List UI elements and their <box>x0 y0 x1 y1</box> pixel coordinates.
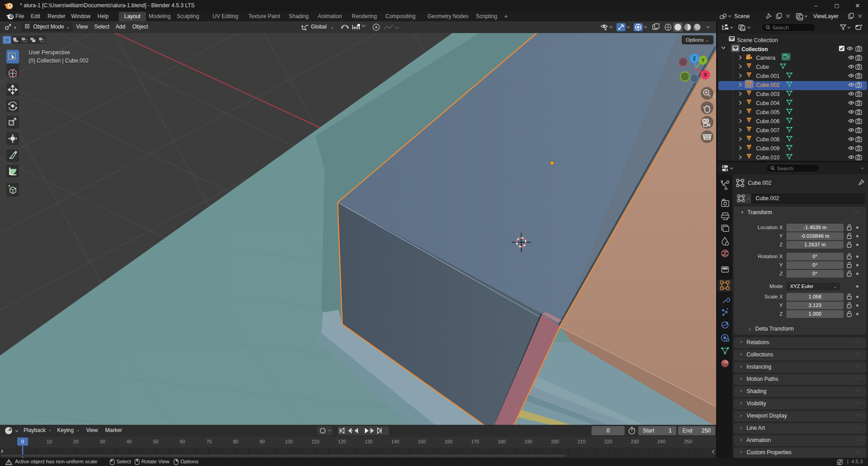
svg-text:50: 50 <box>153 439 159 444</box>
svg-text:Cube.008: Cube.008 <box>756 136 780 143</box>
svg-text:60: 60 <box>179 439 185 444</box>
svg-text:0: 0 <box>21 439 24 444</box>
svg-text:80: 80 <box>233 439 238 444</box>
svg-text:210: 210 <box>577 439 586 444</box>
svg-text:Y: Y <box>702 58 705 63</box>
svg-text:160: 160 <box>445 439 453 444</box>
svg-text:Scene: Scene <box>734 13 750 19</box>
svg-text:200: 200 <box>551 439 559 444</box>
svg-text:Cube.010: Cube.010 <box>756 154 780 161</box>
svg-text:ViewLayer: ViewLayer <box>813 13 839 19</box>
svg-text:100: 100 <box>285 439 293 444</box>
svg-text:230: 230 <box>631 439 639 444</box>
svg-text:Collection: Collection <box>742 46 768 53</box>
svg-text:Cube.006: Cube.006 <box>756 118 780 125</box>
svg-text:Cube.001: Cube.001 <box>756 73 780 79</box>
svg-text:140: 140 <box>391 439 399 444</box>
svg-text:Camera: Camera <box>756 55 776 61</box>
svg-text:130: 130 <box>365 439 373 444</box>
svg-text:170: 170 <box>471 439 479 444</box>
svg-text:180: 180 <box>498 439 506 444</box>
svg-text:220: 220 <box>604 439 612 444</box>
svg-text:X: X <box>704 72 707 77</box>
svg-text:Cube.009: Cube.009 <box>756 145 780 152</box>
svg-text:Cube: Cube <box>756 64 769 70</box>
svg-text:30: 30 <box>100 439 105 444</box>
svg-text:Cube.002: Cube.002 <box>756 82 780 88</box>
svg-text:240: 240 <box>658 439 666 444</box>
svg-text:Cube.004: Cube.004 <box>756 100 780 106</box>
svg-text:10: 10 <box>47 439 52 444</box>
svg-text:40: 40 <box>126 439 132 444</box>
svg-text:250: 250 <box>684 439 692 444</box>
svg-text:Cube.007: Cube.007 <box>756 127 780 134</box>
svg-text:Scene Collection: Scene Collection <box>737 37 778 43</box>
svg-text:20: 20 <box>73 439 79 444</box>
svg-text:150: 150 <box>418 439 426 444</box>
svg-text:70: 70 <box>206 439 212 444</box>
svg-text:90: 90 <box>260 439 265 444</box>
svg-text:Cube.005: Cube.005 <box>756 109 780 115</box>
svg-text:Z: Z <box>693 56 696 61</box>
svg-text:Cube.003: Cube.003 <box>756 91 780 97</box>
svg-text:190: 190 <box>524 439 533 444</box>
svg-text:120: 120 <box>338 439 346 444</box>
svg-text:110: 110 <box>312 439 320 444</box>
